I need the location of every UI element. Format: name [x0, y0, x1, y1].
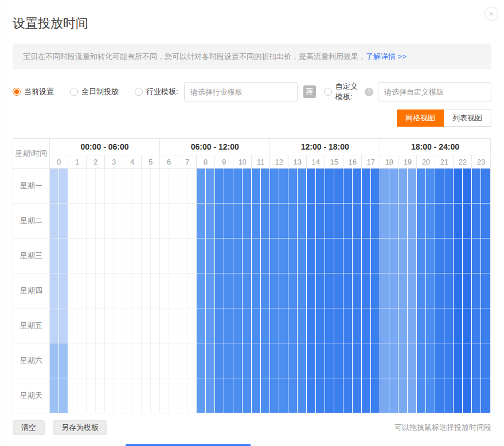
grid-cell-星期一-23a[interactable] [472, 169, 481, 204]
grid-cell-星期二-14b[interactable] [316, 204, 325, 238]
grid-cell-星期三-14a[interactable] [307, 238, 316, 273]
grid-cell-星期五-18a[interactable] [380, 308, 389, 343]
grid-cell-星期六-22b[interactable] [463, 343, 472, 378]
grid-cell-星期四-3a[interactable] [105, 273, 114, 308]
grid-cell-星期三-12b[interactable] [279, 238, 288, 273]
grid-cell-星期天-23a[interactable] [472, 378, 481, 413]
grid-cell-星期一-9a[interactable] [215, 169, 224, 204]
grid-cell-星期二-1a[interactable] [68, 204, 77, 238]
grid-cell-星期六-12a[interactable] [270, 343, 279, 378]
grid-cell-星期四-23a[interactable] [472, 273, 481, 308]
grid-cell-星期四-21b[interactable] [444, 273, 454, 308]
grid-cell-星期天-6a[interactable] [160, 378, 169, 413]
grid-cell-星期天-5a[interactable] [142, 378, 151, 413]
grid-cell-星期三-22b[interactable] [463, 238, 472, 273]
grid-cell-星期四-13b[interactable] [298, 273, 307, 308]
grid-cell-星期六-17a[interactable] [362, 343, 371, 378]
grid-cell-星期五-7b[interactable] [187, 308, 197, 343]
grid-cell-星期三-6b[interactable] [169, 238, 178, 273]
grid-cell-星期一-16a[interactable] [343, 169, 353, 204]
grid-cell-星期四-4b[interactable] [132, 273, 142, 308]
grid-cell-星期三-17b[interactable] [371, 238, 380, 273]
grid-cell-星期六-1a[interactable] [68, 343, 77, 378]
grid-cell-星期天-17a[interactable] [362, 378, 371, 413]
grid-cell-星期天-1b[interactable] [77, 378, 87, 413]
grid-cell-星期四-7a[interactable] [178, 273, 187, 308]
grid-cell-星期五-10a[interactable] [233, 308, 243, 343]
grid-cell-星期五-22b[interactable] [463, 308, 472, 343]
grid-cell-星期五-5a[interactable] [142, 308, 151, 343]
grid-cell-星期六-1b[interactable] [77, 343, 87, 378]
grid-cell-星期三-17a[interactable] [362, 238, 371, 273]
grid-cell-星期四-17b[interactable] [371, 273, 380, 308]
grid-cell-星期天-10b[interactable] [243, 378, 252, 413]
grid-cell-星期一-22a[interactable] [454, 169, 463, 204]
grid-cell-星期四-9a[interactable] [215, 273, 224, 308]
grid-cell-星期六-8a[interactable] [197, 343, 206, 378]
grid-cell-星期五-9b[interactable] [224, 308, 233, 343]
grid-cell-星期四-6b[interactable] [169, 273, 178, 308]
grid-cell-星期四-10b[interactable] [243, 273, 252, 308]
grid-cell-星期四-10a[interactable] [233, 273, 243, 308]
grid-cell-星期五-14a[interactable] [307, 308, 316, 343]
grid-cell-星期二-8b[interactable] [206, 204, 215, 238]
grid-cell-星期三-19a[interactable] [398, 238, 408, 273]
grid-cell-星期四-8b[interactable] [206, 273, 215, 308]
learn-more-link[interactable]: 了解详情 >> [366, 52, 407, 61]
grid-cell-星期五-6b[interactable] [169, 308, 178, 343]
grid-cell-星期五-11a[interactable] [252, 308, 261, 343]
grid-cell-星期二-20a[interactable] [417, 204, 426, 238]
grid-cell-星期四-5a[interactable] [142, 273, 151, 308]
grid-cell-星期四-18a[interactable] [380, 273, 389, 308]
grid-cell-星期四-13a[interactable] [288, 273, 298, 308]
grid-cell-星期二-22b[interactable] [463, 204, 472, 238]
grid-cell-星期一-11a[interactable] [252, 169, 261, 204]
grid-cell-星期三-2a[interactable] [87, 238, 96, 273]
grid-cell-星期五-9a[interactable] [215, 308, 224, 343]
grid-cell-星期六-9a[interactable] [215, 343, 224, 378]
grid-cell-星期一-0b[interactable] [59, 169, 68, 204]
grid-cell-星期一-12b[interactable] [279, 169, 288, 204]
grid-cell-星期四-1b[interactable] [77, 273, 87, 308]
grid-cell-星期六-11a[interactable] [252, 343, 261, 378]
grid-cell-星期一-13a[interactable] [288, 169, 298, 204]
grid-cell-星期五-23b[interactable] [481, 308, 490, 343]
grid-cell-星期五-0b[interactable] [59, 308, 68, 343]
grid-cell-星期三-23b[interactable] [481, 238, 490, 273]
grid-cell-星期三-8a[interactable] [197, 238, 206, 273]
grid-cell-星期一-20a[interactable] [417, 169, 426, 204]
grid-cell-星期天-16a[interactable] [343, 378, 353, 413]
grid-cell-星期一-19a[interactable] [398, 169, 408, 204]
grid-cell-星期六-4b[interactable] [132, 343, 142, 378]
grid-cell-星期四-9b[interactable] [224, 273, 233, 308]
grid-cell-星期五-19b[interactable] [408, 308, 417, 343]
grid-cell-星期五-12a[interactable] [270, 308, 279, 343]
grid-cell-星期二-8a[interactable] [197, 204, 206, 238]
grid-cell-星期六-7a[interactable] [178, 343, 187, 378]
grid-cell-星期三-15b[interactable] [334, 238, 343, 273]
grid-cell-星期五-20a[interactable] [417, 308, 426, 343]
grid-cell-星期三-7b[interactable] [187, 238, 197, 273]
save-as-template-button[interactable]: 另存为模板 [53, 420, 107, 435]
grid-cell-星期二-11a[interactable] [252, 204, 261, 238]
grid-cell-星期六-20a[interactable] [417, 343, 426, 378]
grid-cell-星期五-15a[interactable] [325, 308, 334, 343]
grid-cell-星期六-22a[interactable] [454, 343, 463, 378]
grid-cell-星期一-18b[interactable] [389, 169, 398, 204]
grid-cell-星期六-12b[interactable] [279, 343, 288, 378]
grid-cell-星期五-18b[interactable] [389, 308, 398, 343]
grid-cell-星期六-7b[interactable] [187, 343, 197, 378]
grid-cell-星期五-2a[interactable] [87, 308, 96, 343]
grid-cell-星期二-1b[interactable] [77, 204, 87, 238]
grid-cell-星期一-17b[interactable] [371, 169, 380, 204]
grid-cell-星期二-6a[interactable] [160, 204, 169, 238]
grid-cell-星期天-2b[interactable] [96, 378, 105, 413]
grid-cell-星期三-18a[interactable] [380, 238, 389, 273]
grid-cell-星期六-17b[interactable] [371, 343, 380, 378]
grid-cell-星期四-14a[interactable] [307, 273, 316, 308]
grid-cell-星期一-2a[interactable] [87, 169, 96, 204]
grid-cell-星期二-0b[interactable] [59, 204, 68, 238]
grid-cell-星期一-8b[interactable] [206, 169, 215, 204]
grid-cell-星期六-19b[interactable] [408, 343, 417, 378]
grid-cell-星期二-2b[interactable] [96, 204, 105, 238]
